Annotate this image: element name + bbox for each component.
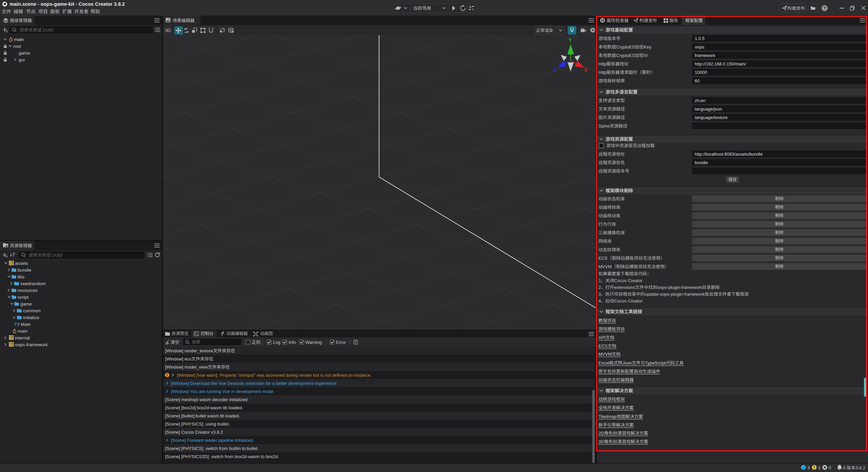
svg-text:seedrandom: seedrandom xyxy=(20,281,46,286)
svg-text:resources: resources xyxy=(18,288,38,293)
svg-text:3: 3 xyxy=(807,465,810,470)
svg-text:Main: Main xyxy=(21,322,31,327)
svg-text:oops-framework: oops-framework xyxy=(15,342,48,347)
svg-text:Warning: Warning xyxy=(305,340,322,345)
svg-text:gui: gui xyxy=(19,57,25,62)
svg-text:[Window] Download the Vue Devt: [Window] Download the Vue Devtools exten… xyxy=(171,381,338,386)
svg-text:[Scene] Cocos Creator v3.8.2: [Scene] Cocos Creator v3.8.2 xyxy=(165,430,223,435)
svg-text:[Window] ecs: [Window] ecs xyxy=(165,356,192,361)
svg-text:internal: internal xyxy=(15,335,30,340)
svg-text:[Window] [Vue warn]: Property: [Window] [Vue warn]: Property "onInput" … xyxy=(177,373,372,378)
svg-text:game: game xyxy=(20,301,32,307)
svg-text:X: X xyxy=(584,67,588,73)
svg-text:0: 0 xyxy=(829,465,831,470)
svg-text:[Scene] meshopt wasm decoder i: [Scene] meshopt wasm decoder initialized xyxy=(165,397,248,402)
svg-text:main.scene - oops-game-kit - C: main.scene - oops-game-kit - Cocos Creat… xyxy=(9,1,125,7)
svg-text:UUID: UUID xyxy=(51,253,62,258)
svg-text:bundle: bundle xyxy=(18,268,32,273)
svg-text:?: ? xyxy=(823,6,826,11)
svg-text:initialize: initialize xyxy=(23,315,39,320)
svg-text:main: main xyxy=(18,329,27,334)
svg-text:[Scene] Forward render pipelin: [Scene] Forward render pipeline initiali… xyxy=(171,438,254,443)
svg-text:[Scene] [PHYSICS]: switch from: [Scene] [PHYSICS]: switch from builtin t… xyxy=(165,446,258,451)
svg-text:UUID: UUID xyxy=(41,27,53,33)
svg-text:3.8.2: 3.8.2 xyxy=(855,465,865,470)
svg-text:libs: libs xyxy=(18,274,25,279)
svg-text:[Scene] [box2d]:box2d wasm lib: [Scene] [box2d]:box2d wasm lib loaded. xyxy=(165,405,243,410)
svg-text:common: common xyxy=(23,308,41,313)
svg-text:assets: assets xyxy=(15,261,28,266)
svg-text:Info: Info xyxy=(289,340,296,345)
svg-text:Error: Error xyxy=(336,340,346,345)
svg-text:Y: Y xyxy=(569,37,572,43)
svg-text:Z: Z xyxy=(553,67,556,73)
svg-text:[Scene] [PHYSICS]: using built: [Scene] [PHYSICS]: using builtin. xyxy=(165,421,230,427)
svg-text:[Window] You are running Vue i: [Window] You are running Vue in developm… xyxy=(171,389,275,394)
svg-text:root: root xyxy=(13,44,21,49)
svg-text:0: 0 xyxy=(843,465,845,470)
svg-text:game: game xyxy=(19,51,30,56)
svg-text:3D: 3D xyxy=(165,28,171,33)
svg-text:main: main xyxy=(14,37,24,42)
svg-text:1: 1 xyxy=(818,465,821,470)
svg-text:[Scene] [bullet]:bullet wasm l: [Scene] [bullet]:bullet wasm lib loaded. xyxy=(165,413,240,418)
svg-text:[Window] model_view: [Window] model_view xyxy=(165,365,208,370)
svg-text:[Scene] [PHYSICS2D]: switch fr: [Scene] [PHYSICS2D]: switch from box2d-w… xyxy=(165,454,279,459)
svg-text:Log: Log xyxy=(273,340,280,345)
svg-text:script: script xyxy=(18,295,29,300)
svg-text:[Window] render_texture: [Window] render_texture xyxy=(165,348,213,353)
svg-text:TS: TS xyxy=(14,322,20,327)
